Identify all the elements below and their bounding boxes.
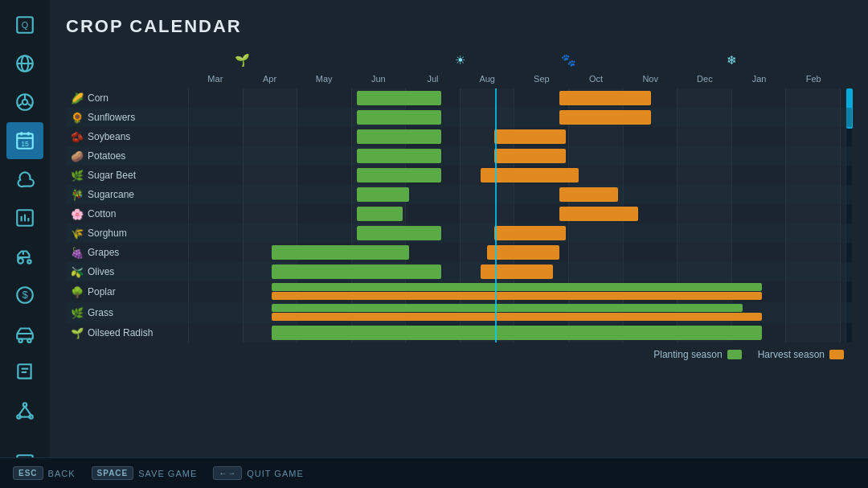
crop-icon-sugarbeet: 🌿: [71, 170, 84, 182]
crop-icon-olives: 🫒: [71, 266, 84, 278]
sunflowers-harvest-bar: [559, 110, 651, 125]
crop-bars-corn: [186, 88, 841, 108]
month-feb: Feb: [786, 72, 841, 85]
sorghum-planting-bar: [357, 226, 442, 240]
crop-name-soybeans: Soybeans: [88, 131, 130, 142]
main-content: CROP CALENDAR 🌱 ☀ 🐾 ❄: [50, 0, 868, 488]
arrow-badge: ←→: [213, 466, 242, 480]
month-jun: Jun: [351, 72, 406, 85]
crop-label-grass: 🌿 Grass: [66, 307, 186, 319]
crop-label-sugarbeet: 🌿 Sugar Beet: [66, 170, 186, 182]
month-apr: Apr: [243, 72, 297, 85]
crop-name-sugarcane: Sugarcane: [88, 189, 134, 200]
crop-label-grapes: 🍇 Grapes: [66, 247, 186, 259]
svg-line-33: [25, 407, 31, 416]
month-sep: Sep: [514, 72, 569, 85]
svg-text:Q: Q: [22, 20, 28, 30]
crop-row-sorghum: 🌾 Sorghum: [66, 223, 852, 243]
crop-name-corn: Corn: [88, 92, 108, 104]
crop-label-corn: 🌽 Corn: [66, 92, 186, 105]
crop-name-oilseed: Oilseed Radish: [88, 327, 153, 338]
corn-planting-bar: [357, 91, 442, 105]
page-title: CROP CALENDAR: [66, 16, 852, 37]
sidebar-item-q[interactable]: Q: [6, 6, 43, 43]
svg-point-26: [27, 339, 31, 342]
bottom-bar: ESC BACK SPACE SAVE GAME ←→ QUIT GAME: [0, 457, 868, 488]
crop-bars-oilseed: [186, 323, 841, 342]
crop-row-olives: 🫒 Olives: [66, 262, 852, 281]
crop-name-potatoes: Potatoes: [88, 150, 125, 162]
grapes-harvest-bar: [487, 245, 559, 260]
poplar-planting-bar: [272, 283, 763, 291]
sidebar-item-network[interactable]: [6, 392, 43, 429]
crop-label-poplar: 🌳 Poplar: [66, 286, 186, 298]
hotkey-quit[interactable]: ←→ QUIT GAME: [213, 466, 304, 480]
crop-icon-grass: 🌿: [71, 307, 84, 319]
sunflowers-planting-bar: [357, 110, 442, 125]
sidebar-item-money[interactable]: $: [6, 277, 43, 314]
esc-badge: ESC: [13, 466, 43, 480]
crop-row-oilseed: 🌱 Oilseed Radish: [66, 323, 852, 342]
svg-text:15: 15: [21, 140, 29, 148]
sidebar-item-calendar[interactable]: 15: [6, 122, 43, 159]
crop-icon-oilseed: 🌱: [71, 327, 84, 339]
month-labels: Mar Apr May Jun Jul Aug Sep Oct Nov Dec …: [188, 72, 841, 85]
sidebar-item-book[interactable]: [6, 354, 43, 391]
autumn-icon: 🐾: [561, 53, 576, 68]
sidebar-item-tractor[interactable]: [6, 238, 43, 275]
season-row: 🌱 ☀ 🐾 ❄: [188, 53, 841, 72]
crop-icon-corn: 🌽: [71, 92, 84, 105]
crop-rows: 🌽 Corn 🌻 Sunflowers: [66, 88, 852, 342]
hotkey-save[interactable]: SPACE SAVE GAME: [92, 466, 198, 480]
svg-point-20: [27, 260, 31, 263]
legend-harvest-box: [829, 350, 844, 359]
sidebar: Q 15: [0, 0, 50, 488]
crop-icon-cotton: 🌸: [71, 208, 84, 220]
olives-planting-bar: [272, 265, 442, 279]
sidebar-item-steering[interactable]: [6, 84, 43, 121]
grass-harvest-bar: [272, 313, 763, 321]
crop-row-corn: 🌽 Corn: [66, 88, 852, 108]
month-may: May: [297, 72, 351, 85]
crop-label-sorghum: 🌾 Sorghum: [66, 228, 186, 240]
legend-planting-box: [727, 350, 742, 359]
poplar-harvest-bar: [272, 292, 763, 300]
calendar-layout: 🌱 ☀ 🐾 ❄ Mar Apr May Jun Jul Aug Sep: [66, 53, 852, 342]
crop-bars-grass: [186, 302, 841, 323]
potatoes-planting-bar: [357, 149, 442, 163]
crop-icon-soybeans: 🫘: [71, 131, 84, 143]
crop-label-soybeans: 🫘 Soybeans: [66, 131, 186, 143]
crop-icon-sorghum: 🌾: [71, 228, 84, 240]
spring-icon: 🌱: [235, 53, 250, 68]
soybeans-planting-bar: [357, 129, 442, 144]
hotkey-back[interactable]: ESC BACK: [13, 466, 76, 480]
space-badge: SPACE: [92, 466, 134, 480]
crop-row-grapes: 🍇 Grapes: [66, 243, 852, 262]
crop-bars-potatoes: [186, 146, 841, 166]
sidebar-item-globe[interactable]: [6, 45, 43, 82]
cotton-planting-bar: [357, 207, 403, 221]
sidebar-item-weather[interactable]: [6, 161, 43, 198]
crop-bars-poplar: [186, 281, 841, 302]
sugarbeet-planting-bar: [357, 168, 442, 182]
crop-name-olives: Olives: [88, 266, 114, 277]
sidebar-item-stats[interactable]: [6, 199, 43, 236]
crop-label-cotton: 🌸 Cotton: [66, 208, 186, 220]
legend-harvest: Harvest season: [758, 349, 844, 360]
winter-icon: ❄: [727, 53, 737, 68]
sugarcane-harvest-bar: [559, 187, 618, 202]
svg-text:$: $: [22, 289, 28, 301]
crop-row-cotton: 🌸 Cotton: [66, 204, 852, 223]
crop-row-sunflowers: 🌻 Sunflowers: [66, 108, 852, 127]
sidebar-item-vehicle[interactable]: [6, 315, 43, 352]
grass-planting-bar: [272, 304, 743, 312]
legend: Planting season Harvest season: [66, 342, 852, 365]
crop-row-sugarbeet: 🌿 Sugar Beet: [66, 166, 852, 185]
crop-icon-potatoes: 🥔: [71, 150, 84, 162]
calendar-container: 🌱 ☀ 🐾 ❄ Mar Apr May Jun Jul Aug Sep: [66, 50, 852, 488]
svg-rect-24: [17, 334, 33, 339]
sugarcane-planting-bar: [357, 187, 409, 202]
month-oct: Oct: [569, 72, 624, 85]
current-time-line: [495, 88, 497, 342]
olives-harvest-bar: [481, 265, 553, 279]
